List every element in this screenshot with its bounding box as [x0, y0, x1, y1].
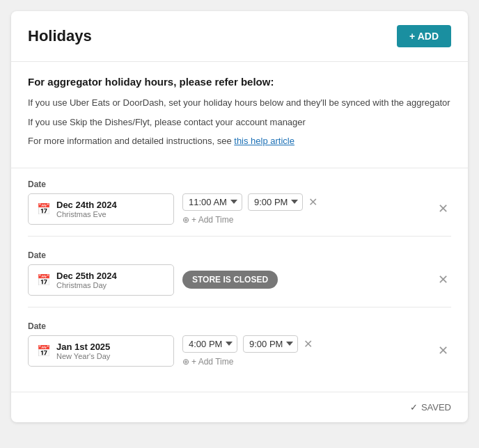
remove-holiday-button-1[interactable]: ✕ — [435, 202, 451, 215]
date-box-1[interactable]: 📅 Dec 24th 2024 Christmas Eve — [28, 193, 174, 225]
date-box-3[interactable]: 📅 Jan 1st 2025 New Year's Day — [28, 335, 174, 367]
time-row-1: 11:00 AM 9:00 PM ✕ — [182, 193, 317, 211]
holiday-entry-christmas-day: Date 📅 Dec 25th 2024 Christmas Day STORE… — [28, 250, 451, 307]
date-info-2: Dec 25th 2024 Christmas Day — [56, 271, 117, 289]
add-holiday-button[interactable]: + ADD — [397, 25, 451, 47]
time-controls-2: STORE IS CLOSED — [182, 271, 427, 289]
help-article-link[interactable]: this help article — [234, 136, 295, 146]
page-footer: ✓ SAVED — [11, 392, 468, 422]
time-close-select-3[interactable]: 9:00 PM — [243, 335, 298, 353]
date-sub-2: Christmas Day — [56, 281, 117, 289]
calendar-icon-2: 📅 — [37, 273, 51, 287]
info-line3-prefix: For more information and detailed instru… — [28, 136, 234, 146]
info-heading: For aggregator holiday hours, please ref… — [28, 76, 451, 88]
date-sub-3: New Year's Day — [56, 352, 110, 360]
entry-row-2: 📅 Dec 25th 2024 Christmas Day STORE IS C… — [28, 264, 451, 296]
calendar-icon-1: 📅 — [37, 202, 51, 216]
entry-row-3: 📅 Jan 1st 2025 New Year's Day 4:00 PM 9:… — [28, 335, 451, 367]
time-controls-1: 11:00 AM 9:00 PM ✕ ⊕ + Add Time — [182, 193, 427, 225]
holiday-entry-newyears: Date 📅 Jan 1st 2025 New Year's Day 4:00 … — [28, 321, 451, 378]
date-main-1: Dec 24th 2024 — [56, 200, 117, 210]
holidays-section: Date 📅 Dec 24th 2024 Christmas Eve 11:00… — [11, 168, 468, 378]
remove-holiday-button-2[interactable]: ✕ — [435, 273, 451, 286]
date-box-2[interactable]: 📅 Dec 25th 2024 Christmas Day — [28, 264, 174, 296]
page-title: Holidays — [28, 27, 92, 45]
info-section: For aggregator holiday hours, please ref… — [11, 62, 468, 168]
add-time-button-3[interactable]: ⊕ + Add Time — [182, 357, 233, 367]
remove-time-icon-1[interactable]: ✕ — [308, 195, 317, 209]
remove-holiday-button-3[interactable]: ✕ — [435, 344, 451, 357]
info-line2: If you use Skip the Dishes/Flyt, please … — [28, 115, 451, 129]
date-main-3: Jan 1st 2025 — [56, 342, 110, 352]
date-info-1: Dec 24th 2024 Christmas Eve — [56, 200, 117, 218]
calendar-icon-3: 📅 — [37, 344, 51, 358]
time-close-select-1[interactable]: 9:00 PM — [248, 193, 303, 211]
date-info-3: Jan 1st 2025 New Year's Day — [56, 342, 110, 360]
date-label-3: Date — [28, 321, 451, 331]
remove-time-icon-3[interactable]: ✕ — [304, 337, 313, 351]
date-main-2: Dec 25th 2024 — [56, 271, 117, 281]
time-open-select-1[interactable]: 11:00 AM — [182, 193, 242, 211]
store-closed-badge: STORE IS CLOSED — [182, 271, 278, 289]
info-line1: If you use Uber Eats or DoorDash, set yo… — [28, 96, 451, 110]
add-time-icon-1: ⊕ — [182, 215, 189, 225]
holidays-page: Holidays + ADD For aggregator holiday ho… — [11, 11, 468, 422]
date-label-1: Date — [28, 179, 451, 189]
info-line3: For more information and detailed instru… — [28, 134, 451, 148]
date-sub-1: Christmas Eve — [56, 210, 117, 218]
time-open-select-3[interactable]: 4:00 PM — [182, 335, 237, 353]
add-time-button-1[interactable]: ⊕ + Add Time — [182, 215, 233, 225]
holiday-entry-christmas-eve: Date 📅 Dec 24th 2024 Christmas Eve 11:00… — [28, 179, 451, 237]
saved-label: SAVED — [421, 402, 451, 413]
page-header: Holidays + ADD — [11, 11, 468, 62]
time-row-3: 4:00 PM 9:00 PM ✕ — [182, 335, 313, 353]
saved-status: ✓ SAVED — [410, 402, 451, 413]
entry-row-1: 📅 Dec 24th 2024 Christmas Eve 11:00 AM 9… — [28, 193, 451, 225]
check-icon: ✓ — [410, 402, 418, 413]
time-controls-3: 4:00 PM 9:00 PM ✕ ⊕ + Add Time — [182, 335, 427, 367]
date-label-2: Date — [28, 250, 451, 260]
add-time-icon-3: ⊕ — [182, 357, 189, 367]
